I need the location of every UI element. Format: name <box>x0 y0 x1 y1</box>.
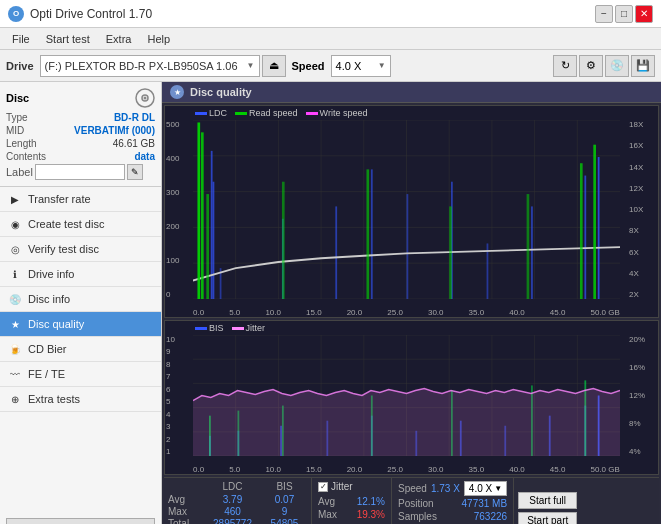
save-button[interactable]: 💾 <box>631 55 655 77</box>
minimize-button[interactable]: − <box>595 5 613 23</box>
x-15: 15.0 <box>306 308 322 317</box>
label-edit-button[interactable]: ✎ <box>127 164 143 180</box>
avg-row: Avg 3.79 0.07 <box>168 494 307 505</box>
ldc-legend-label: LDC <box>209 108 227 118</box>
fe-te-label: FE / TE <box>28 368 65 380</box>
speed-position-section: Speed 1.73 X 4.0 X ▼ Position 47731 MB S… <box>392 478 514 524</box>
svg-rect-37 <box>580 163 583 299</box>
speed-stat-val: 1.73 X <box>431 483 460 494</box>
bx-20: 20.0 <box>347 465 363 474</box>
start-part-button[interactable]: Start part <box>518 512 577 525</box>
y-right-14x: 14X <box>629 163 657 172</box>
y-label-400: 400 <box>166 154 179 163</box>
disc-title: Disc <box>6 92 29 104</box>
samples-row: Samples 763226 <box>398 511 507 522</box>
stats-row: LDC BIS Avg 3.79 0.07 Max 460 9 Total <box>164 477 659 524</box>
bx-15: 15.0 <box>306 465 322 474</box>
length-value: 46.61 GB <box>113 138 155 149</box>
bx-40: 40.0 <box>509 465 525 474</box>
jitter-checkbox[interactable]: ✓ <box>318 482 328 492</box>
bx-0: 0.0 <box>193 465 204 474</box>
speed-select-dropdown[interactable]: 4.0 X ▼ <box>464 481 507 496</box>
label-label: Label <box>6 166 33 178</box>
jitter-section: ✓ Jitter Avg 12.1% Max 19.3% <box>312 478 392 524</box>
x-35: 35.0 <box>469 308 485 317</box>
y-label-500: 500 <box>166 120 179 129</box>
svg-rect-24 <box>407 194 409 299</box>
menu-extra[interactable]: Extra <box>98 31 140 47</box>
by-label-10: 10 <box>166 335 175 344</box>
x-30: 30.0 <box>428 308 444 317</box>
title-bar-controls: − □ ✕ <box>595 5 653 23</box>
menu-file[interactable]: File <box>4 31 38 47</box>
drive-info-icon: ℹ <box>8 267 22 281</box>
ldc-legend: LDC <box>195 108 227 118</box>
write-speed-color <box>306 112 318 115</box>
ldc-col-header: LDC <box>205 481 260 492</box>
max-label: Max <box>168 506 203 517</box>
menu-start-test[interactable]: Start test <box>38 31 98 47</box>
svg-rect-18 <box>211 151 213 299</box>
disc-button[interactable]: 💿 <box>605 55 629 77</box>
by-right-8: 8% <box>629 419 657 428</box>
cd-bier-icon: 🍺 <box>8 342 22 356</box>
sidebar-item-transfer-rate[interactable]: ▶ Transfer rate <box>0 187 161 212</box>
jitter-legend-label: Jitter <box>246 323 266 333</box>
bottom-legend: BIS Jitter <box>165 321 658 335</box>
speed-select-val: 4.0 X <box>469 483 492 494</box>
close-button[interactable]: ✕ <box>635 5 653 23</box>
contents-label: Contents <box>6 151 46 162</box>
sidebar-item-disc-info[interactable]: 💿 Disc info <box>0 287 161 312</box>
sidebar-item-drive-info[interactable]: ℹ Drive info <box>0 262 161 287</box>
sidebar-item-cd-bier[interactable]: 🍺 CD Bier <box>0 337 161 362</box>
bottom-y-labels-right: 20% 16% 12% 8% 4% <box>628 335 658 456</box>
top-x-labels: 0.0 5.0 10.0 15.0 20.0 25.0 30.0 35.0 40… <box>193 308 620 317</box>
buttons-section: Start full Start part <box>514 478 581 524</box>
svg-point-2 <box>144 97 147 100</box>
sidebar-item-extra-tests[interactable]: ⊕ Extra tests <box>0 387 161 412</box>
eject-button[interactable]: ⏏ <box>262 55 286 77</box>
samples-val: 763226 <box>474 511 507 522</box>
refresh-button[interactable]: ↻ <box>553 55 577 77</box>
disc-icon <box>135 88 155 108</box>
by-right-20: 20% <box>629 335 657 344</box>
chart-container: LDC Read speed Write speed <box>162 103 661 524</box>
maximize-button[interactable]: □ <box>615 5 633 23</box>
main-content: ★ Disc quality LDC Read speed <box>162 82 661 524</box>
sidebar-item-disc-quality[interactable]: ★ Disc quality <box>0 312 161 337</box>
max-row: Max 460 9 <box>168 506 307 517</box>
svg-rect-35 <box>449 206 452 299</box>
svg-rect-23 <box>371 169 373 299</box>
sidebar-item-verify-test-disc[interactable]: ◎ Verify test disc <box>0 237 161 262</box>
start-full-button[interactable]: Start full <box>518 492 577 509</box>
quality-title: Disc quality <box>190 86 252 98</box>
menu-help[interactable]: Help <box>139 31 178 47</box>
status-window-button[interactable]: Status window >> <box>6 518 155 524</box>
quality-header-icon: ★ <box>170 85 184 99</box>
top-chart: LDC Read speed Write speed <box>164 105 659 318</box>
title-bar-left: O Opti Drive Control 1.70 <box>8 6 152 22</box>
x-45: 45.0 <box>550 308 566 317</box>
by-label-4: 4 <box>166 410 175 419</box>
svg-rect-38 <box>593 145 596 299</box>
y-right-2x: 2X <box>629 290 657 299</box>
transfer-rate-label: Transfer rate <box>28 193 91 205</box>
speed-dropdown[interactable]: 4.0 X ▼ <box>331 55 391 77</box>
sidebar: Disc Type BD-R DL MID VERBATIMf (000) Le… <box>0 82 162 524</box>
sidebar-item-create-test-disc[interactable]: ◉ Create test disc <box>0 212 161 237</box>
drive-dropdown[interactable]: (F:) PLEXTOR BD-R PX-LB950SA 1.06 ▼ <box>40 55 260 77</box>
disc-length-row: Length 46.61 GB <box>6 138 155 149</box>
bottom-chart-svg <box>193 335 620 456</box>
x-50-gb: 50.0 GB <box>591 308 620 317</box>
x-40: 40.0 <box>509 308 525 317</box>
svg-rect-27 <box>531 206 533 299</box>
avg-label: Avg <box>168 494 203 505</box>
settings-button[interactable]: ⚙ <box>579 55 603 77</box>
bis-max-val: 9 <box>262 506 307 517</box>
sidebar-item-fe-te[interactable]: 〰 FE / TE <box>0 362 161 387</box>
x-5: 5.0 <box>229 308 240 317</box>
drive-select: (F:) PLEXTOR BD-R PX-LB950SA 1.06 ▼ ⏏ <box>40 55 286 77</box>
jitter-color <box>232 327 244 330</box>
label-input[interactable] <box>35 164 125 180</box>
bx-10: 10.0 <box>265 465 281 474</box>
